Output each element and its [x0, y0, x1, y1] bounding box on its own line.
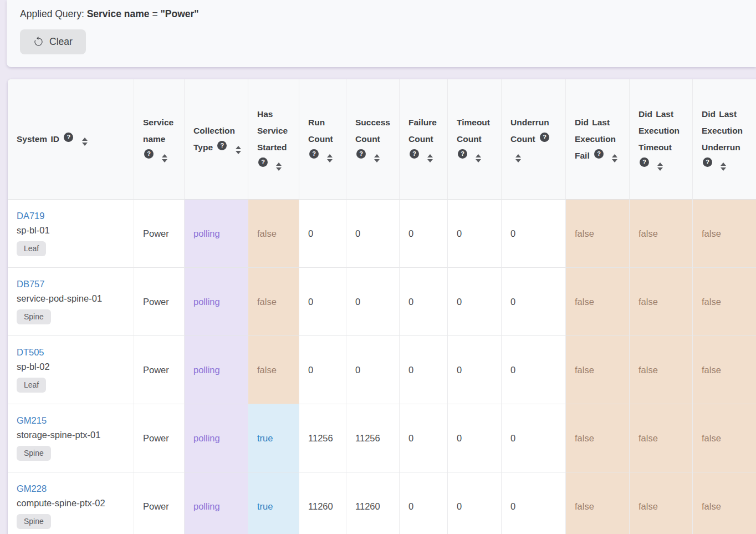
role-badge: Leaf: [17, 241, 46, 256]
cell-underrun_count: 0: [502, 336, 566, 404]
cell-run_count: 0: [299, 336, 346, 404]
cell-value: false: [638, 501, 658, 511]
help-icon[interactable]: ?: [356, 149, 366, 159]
help-icon[interactable]: ?: [594, 149, 604, 159]
system-id-link[interactable]: GM228: [17, 484, 47, 494]
help-icon[interactable]: ?: [540, 133, 549, 142]
help-icon[interactable]: ?: [703, 157, 712, 167]
cell-value: 0: [457, 433, 462, 443]
cell-value: 0: [408, 433, 413, 443]
help-icon[interactable]: ?: [144, 149, 154, 159]
cell-value: false: [702, 433, 721, 443]
table-header-row: System ID ? Service name ? Collection Ty…: [8, 79, 756, 200]
hostname: storage-spine-ptx-01: [17, 430, 127, 440]
col-header-label: Did Last Execution Underrun: [702, 109, 743, 152]
table-row: GM215storage-spine-ptx-01SpinePowerpolli…: [8, 404, 756, 472]
cell-system_id: GM228compute-spine-ptx-02Spine: [8, 472, 134, 534]
system-id-link[interactable]: DB757: [17, 279, 44, 289]
sort-icon[interactable]: [427, 154, 433, 162]
sort-icon[interactable]: [612, 154, 617, 162]
cell-value: Power: [143, 297, 169, 307]
cell-value: false: [575, 297, 594, 307]
cell-failure_count: 0: [400, 200, 448, 268]
cell-value: Power: [143, 501, 169, 511]
table-row: DA719sp-bl-01LeafPowerpollingfalse00000f…: [8, 200, 756, 268]
role-badge: Spine: [17, 514, 51, 528]
cell-value: 11260: [308, 501, 333, 511]
cell-value: 0: [408, 501, 413, 511]
help-icon[interactable]: ?: [217, 141, 227, 150]
table-row: DB757service-pod-spine-01SpinePowerpolli…: [8, 268, 756, 336]
system-id-link[interactable]: DT505: [17, 347, 44, 357]
cell-value: false: [638, 297, 658, 307]
cell-value: 0: [308, 365, 313, 375]
col-header-run_count: Run Count ?: [299, 79, 346, 200]
cell-service_name: Power: [134, 472, 185, 534]
cell-failure_count: 0: [400, 268, 448, 336]
cell-value: 0: [457, 297, 462, 307]
sort-icon[interactable]: [721, 162, 726, 171]
cell-has_service_started: false: [248, 336, 299, 404]
cell-value: polling: [193, 365, 220, 375]
cell-collection_type: polling: [185, 336, 248, 404]
sort-icon[interactable]: [515, 154, 521, 162]
cell-run_count: 11256: [299, 404, 346, 472]
sort-icon[interactable]: [476, 154, 481, 162]
cell-collection_type: polling: [185, 268, 248, 336]
cell-collection_type: polling: [185, 200, 248, 268]
system-id-link[interactable]: DA719: [17, 211, 44, 221]
sort-icon[interactable]: [657, 162, 663, 171]
cell-value: false: [257, 297, 277, 307]
query-operator: =: [152, 8, 157, 19]
cell-underrun_count: 0: [502, 404, 566, 472]
sort-icon[interactable]: [327, 154, 333, 162]
sort-icon[interactable]: [374, 154, 380, 162]
cell-timeout_count: 0: [448, 404, 502, 472]
cell-run_count: 0: [299, 268, 346, 336]
cell-value: 0: [355, 228, 360, 238]
cell-did_last_execution_underrun: false: [693, 268, 756, 336]
clear-query-button[interactable]: Clear: [20, 29, 86, 54]
col-header-did_last_execution_fail: Did Last Execution Fail ?: [566, 79, 630, 200]
cell-value: 0: [510, 365, 515, 375]
cell-value: true: [257, 501, 273, 511]
help-icon[interactable]: ?: [258, 157, 268, 167]
cell-value: polling: [193, 297, 220, 307]
cell-value: false: [638, 365, 658, 375]
cell-value: false: [257, 228, 277, 238]
query-value: "Power": [160, 8, 198, 19]
help-icon[interactable]: ?: [640, 157, 649, 167]
cell-has_service_started: true: [248, 472, 299, 534]
help-icon[interactable]: ?: [410, 149, 419, 159]
help-icon[interactable]: ?: [309, 149, 319, 159]
cell-did_last_execution_timeout: false: [630, 200, 693, 268]
sort-icon[interactable]: [276, 162, 282, 171]
help-icon[interactable]: ?: [64, 133, 73, 142]
sort-icon[interactable]: [236, 146, 241, 154]
cell-value: 0: [308, 297, 313, 307]
cell-value: false: [257, 365, 277, 375]
help-icon[interactable]: ?: [458, 149, 467, 159]
cell-value: 0: [510, 501, 515, 511]
sort-icon[interactable]: [162, 154, 167, 162]
cell-value: 0: [408, 365, 413, 375]
cell-value: polling: [193, 501, 220, 511]
cell-value: false: [638, 228, 658, 238]
cell-did_last_execution_underrun: false: [693, 472, 756, 534]
col-header-has_service_started: Has Service Started ?: [248, 79, 299, 200]
cell-did_last_execution_timeout: false: [630, 268, 693, 336]
applied-query-banner: Applied Query: Service name = "Power" Cl…: [7, 0, 756, 67]
col-header-label: Run Count: [308, 118, 333, 144]
cell-system_id: DA719sp-bl-01Leaf: [8, 200, 134, 268]
cell-did_last_execution_fail: false: [566, 336, 630, 404]
cell-value: Power: [143, 433, 169, 443]
cell-run_count: 0: [299, 200, 346, 268]
sort-icon[interactable]: [82, 138, 88, 146]
cell-value: 11256: [355, 433, 380, 443]
col-header-label: Did Last Execution Timeout: [638, 109, 680, 152]
cell-system_id: GM215storage-spine-ptx-01Spine: [8, 404, 134, 472]
system-id-link[interactable]: GM215: [17, 415, 47, 425]
cell-value: false: [575, 433, 594, 443]
cell-success_count: 11256: [346, 404, 400, 472]
cell-value: 0: [408, 297, 413, 307]
